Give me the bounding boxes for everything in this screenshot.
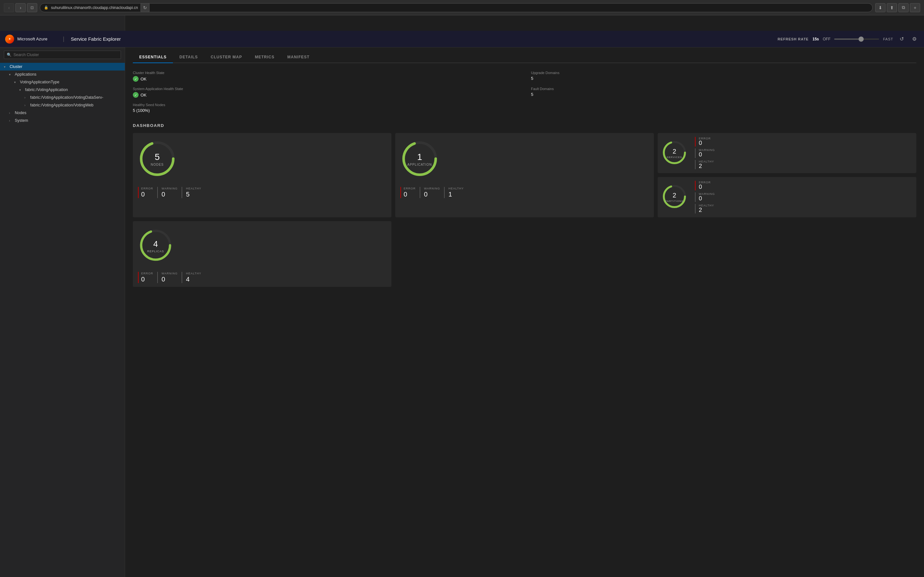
tree-item-4[interactable]: ›fabric:/VotingApplication/VotingDataSer…: [0, 93, 125, 101]
refresh-slider[interactable]: [834, 39, 879, 40]
reload-button[interactable]: ↺: [897, 35, 906, 44]
replicas-error-value: 0: [141, 276, 153, 283]
window-toggle-button[interactable]: ⊡: [27, 3, 37, 12]
tab-manifest[interactable]: MANIFEST: [281, 52, 316, 63]
tree-item-0[interactable]: ▾Cluster: [0, 63, 125, 71]
partitions-warning-stat: WARNING 0: [695, 192, 715, 202]
tree-item-3[interactable]: ▾fabric:/VotingApplication: [0, 86, 125, 93]
tree-item-7[interactable]: ›System: [0, 117, 125, 124]
applications-donut: 1 APPLICATION: [401, 139, 439, 179]
tabs-button[interactable]: ⧉: [898, 3, 909, 12]
nodes-healthy-value: 5: [186, 191, 202, 198]
services-card: 2 SERVICES ERROR 0 WARNING 0: [658, 133, 916, 173]
nodes-label: NODES: [151, 163, 164, 166]
nodes-error-stat: ERROR 0: [138, 187, 157, 198]
tree-item-2[interactable]: ▾VotingApplicationType: [0, 78, 125, 86]
services-warning-value: 0: [699, 152, 715, 158]
refresh-slider-thumb: [859, 37, 864, 42]
replicas-warning-label: WARNING: [162, 272, 178, 275]
replicas-count: 4: [147, 239, 164, 249]
tab-metrics[interactable]: METRICS: [248, 52, 281, 63]
top-bar-right: REFRESH RATE 15s OFF FAST ↺ ⚙: [778, 35, 919, 44]
forward-button[interactable]: ›: [15, 3, 26, 12]
tree-label: Applications: [15, 72, 121, 77]
browser-action-buttons: ⬇ ⬆ ⧉ +: [875, 3, 920, 12]
tree-label: fabric:/VotingApplication/VotingDataServ…: [30, 95, 121, 100]
tree-label: VotingApplicationType: [20, 80, 121, 84]
services-donut: 2 SERVICES: [662, 140, 687, 167]
tree-chevron-icon: ▾: [19, 88, 24, 92]
tree-item-1[interactable]: ▾Applications: [0, 71, 125, 78]
share-button[interactable]: ⬆: [887, 3, 897, 12]
tab-details[interactable]: DETAILS: [173, 52, 204, 63]
address-url: suhurulilinux.chinanorth.cloudapp.chinac…: [51, 5, 138, 10]
partitions-healthy-value: 2: [699, 207, 715, 213]
search-box[interactable]: 🔍: [4, 51, 121, 59]
back-button[interactable]: ‹: [4, 3, 14, 12]
system-app-health-state: OK: [141, 93, 147, 97]
tree-chevron-icon: ›: [9, 111, 13, 115]
replicas-healthy-value: 4: [186, 276, 202, 283]
search-input[interactable]: [13, 53, 118, 57]
services-warning-stat: WARNING 0: [695, 148, 715, 158]
nodes-healthy-stat: HEALTHY 5: [182, 187, 205, 198]
applications-error-label: ERROR: [404, 187, 416, 190]
partitions-label: PARTITIONS: [665, 200, 683, 203]
fault-domains-value: 5: [531, 92, 916, 97]
tab-essentials[interactable]: ESSENTIALS: [133, 52, 173, 63]
applications-count: 1: [407, 153, 432, 161]
essentials-healthy-seed-nodes: Healthy Seed Nodes 5 (100%): [133, 103, 518, 113]
essentials-upgrade-domains: Upgrade Domains 5: [531, 71, 916, 82]
applications-healthy-stat: HEALTHY 1: [444, 187, 468, 198]
applications-warning-value: 0: [424, 191, 440, 198]
replicas-healthy-label: HEALTHY: [186, 272, 202, 275]
tree-label: System: [15, 118, 121, 123]
tree-label: fabric:/VotingApplication/VotingWeb: [30, 103, 121, 107]
upgrade-domains-value: 5: [531, 76, 916, 81]
refresh-rate-label: REFRESH RATE: [778, 37, 809, 41]
tree-item-6[interactable]: ›Nodes: [0, 109, 125, 117]
applications-bottom-stats: ERROR 0 WARNING 0 HEALTHY 1: [401, 187, 468, 198]
tree-nav: ▾Cluster▾Applications▾VotingApplicationT…: [0, 61, 125, 126]
lock-icon: 🔒: [44, 5, 48, 10]
tree-label: Cluster: [10, 64, 121, 69]
nodes-card: 5 NODES ERROR 0 WARNING 0: [133, 133, 391, 218]
cluster-health-value: ✓ OK: [133, 76, 518, 82]
nodes-bottom-stats: ERROR 0 WARNING 0 HEALTHY 5: [138, 187, 205, 198]
applications-healthy-value: 1: [449, 191, 464, 198]
replicas-card: 4 REPLICAS ERROR 0 WARNING 0: [133, 221, 391, 287]
nodes-count: 5: [151, 153, 164, 161]
page-reload-button[interactable]: ↻: [141, 3, 150, 12]
browser-chrome: ‹ › ⊡ 🔒 suhurulilinux.chinanorth.cloudap…: [0, 0, 924, 15]
health-ok-icon: ✓: [133, 76, 139, 82]
essentials-fault-domains: Fault Domains 5: [531, 87, 916, 98]
fault-domains-label: Fault Domains: [531, 87, 916, 91]
tab-cluster-map[interactable]: CLUSTER MAP: [204, 52, 249, 63]
settings-button[interactable]: ⚙: [910, 35, 919, 44]
brand-name: Microsoft Azure: [17, 37, 47, 41]
tree-chevron-icon: ›: [24, 103, 29, 107]
system-app-health-label: System Application Health State: [133, 87, 518, 91]
dashboard-title: DASHBOARD: [133, 123, 916, 128]
top-bar: ✦ Microsoft Azure | Service Fabric Explo…: [0, 31, 924, 47]
tree-item-5[interactable]: ›fabric:/VotingApplication/VotingWeb: [0, 101, 125, 109]
refresh-off-label: OFF: [822, 37, 830, 41]
new-tab-button[interactable]: +: [910, 3, 920, 12]
download-button[interactable]: ⬇: [875, 3, 885, 12]
tree-chevron-icon: ▾: [4, 65, 8, 69]
refresh-value: 15s: [813, 37, 819, 41]
replicas-warning-value: 0: [162, 276, 178, 283]
partitions-stats: ERROR 0 WARNING 0 HEALTHY 2: [695, 181, 715, 213]
services-healthy-value: 2: [699, 163, 715, 169]
nodes-warning-value: 0: [162, 191, 178, 198]
search-icon: 🔍: [7, 53, 11, 57]
services-error-value: 0: [699, 140, 715, 147]
replicas-error-label: ERROR: [141, 272, 153, 275]
nodes-warning-label: WARNING: [162, 187, 178, 190]
nodes-donut: 5 NODES: [138, 139, 176, 179]
replicas-error-stat: ERROR 0: [138, 272, 157, 283]
replicas-donut: 4 REPLICAS: [138, 227, 173, 264]
system-health-ok-icon: ✓: [133, 92, 139, 98]
applications-card: 1 APPLICATION ERROR 0 WARNING 0: [395, 133, 654, 218]
address-bar[interactable]: 🔒 suhurulilinux.chinanorth.cloudapp.chin…: [40, 3, 873, 12]
